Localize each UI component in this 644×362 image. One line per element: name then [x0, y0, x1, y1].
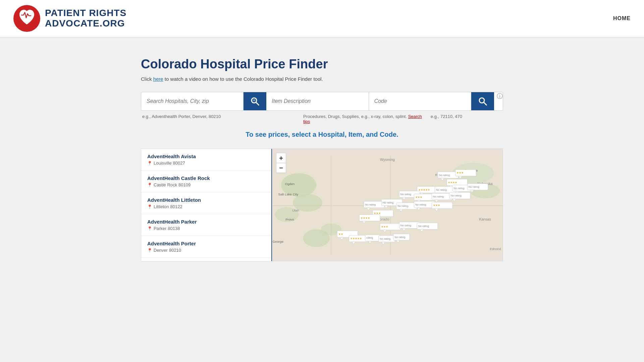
logo-area: PATIENT RIGHTS ADVOCATE.ORG [13, 5, 126, 32]
map-area: Wyoming Nebraska Kansas Ogden Salt Lake … [272, 149, 503, 261]
item-hint: Procedures, Drugs, Supplies, e.g., x-ray… [302, 114, 429, 124]
svg-text:George: George [272, 240, 283, 243]
hospital-list: AdventHealth Avista 📍 Louisville 80027 A… [141, 149, 272, 261]
location-pin-icon: 📍 [147, 204, 152, 209]
hospital-location: 📍 Littleton 80122 [147, 204, 265, 209]
hospital-zip: 80210 [169, 248, 181, 253]
code-hint: e.g., 72110, 470 [429, 114, 503, 124]
svg-text:No rating: No rating [439, 174, 449, 177]
location-pin-icon: 📍 [147, 226, 152, 231]
item-hint-pre: Procedures, Drugs, Supplies, e.g., x-ray… [303, 114, 407, 119]
map-background: Wyoming Nebraska Kansas Ogden Salt Lake … [272, 149, 503, 261]
hospital-list-item[interactable]: AdventHealth Avista 📍 Louisville 80027 [141, 149, 271, 171]
item-search-segment [266, 92, 369, 110]
svg-text:No rating: No rating [394, 236, 405, 239]
svg-text:No rating: No rating [400, 193, 411, 196]
map-svg: Wyoming Nebraska Kansas Ogden Salt Lake … [272, 149, 503, 261]
svg-text:Ogden: Ogden [285, 182, 294, 186]
location-pin-icon: 📍 [147, 248, 152, 253]
svg-text:★★: ★★ [338, 233, 343, 236]
svg-text:★★★: ★★★ [415, 196, 422, 199]
svg-text:No rating: No rating [365, 203, 376, 206]
hospital-name: AdventHealth Littleton [147, 197, 265, 203]
search-bar: ⓘ [141, 92, 503, 111]
svg-text:No rating: No rating [415, 203, 426, 206]
hospital-search-segment [141, 92, 244, 110]
hospital-name: AdventHealth Parker [147, 219, 265, 225]
hospital-city: Louisville [154, 161, 171, 166]
svg-text:No rating: No rating [418, 225, 429, 228]
logo-line-2: ADVOCATE.ORG [45, 18, 126, 29]
svg-text:No rating: No rating [433, 195, 444, 198]
page-title: Colorado Hospital Price Finder [141, 57, 503, 71]
map-controls: + − [276, 153, 286, 173]
main-content: Colorado Hospital Price Finder Click her… [127, 37, 517, 275]
map-zoom-out-button[interactable]: − [276, 163, 286, 173]
hospital-location: 📍 Parker 80138 [147, 226, 265, 231]
logo-heart-icon [13, 5, 40, 32]
prompt-text: To see prices, select a Hospital, Item, … [141, 131, 503, 138]
svg-text:Wyoming: Wyoming [380, 158, 395, 162]
nav-home-link[interactable]: HOME [613, 15, 631, 21]
hospital-list-item[interactable]: Animas Surgical Hospital 📍 Durango 81301 [141, 258, 271, 261]
hospital-zip: 80138 [168, 226, 180, 231]
svg-text:★★★★★: ★★★★★ [350, 237, 362, 240]
hospital-list-item[interactable]: AdventHealth Littleton 📍 Littleton 80122 [141, 192, 271, 214]
svg-text:★★★: ★★★ [381, 225, 388, 228]
logo-line-1: PATIENT RIGHTS [45, 8, 126, 18]
subtitle-post: to watch a video on how to use the Color… [163, 76, 323, 82]
code-search-segment [369, 92, 471, 110]
svg-text:Edmond: Edmond [490, 247, 501, 251]
search-icon-2 [478, 96, 488, 106]
svg-line-5 [484, 102, 486, 105]
svg-text:No rating: No rating [469, 185, 479, 188]
svg-text:★★★: ★★★ [433, 204, 440, 207]
hospital-list-item[interactable]: AdventHealth Porter 📍 Denver 80210 [141, 236, 271, 258]
hospital-city: Littleton [154, 204, 169, 209]
hospital-city: Parker [154, 226, 166, 231]
hospital-name: AdventHealth Porter [147, 241, 265, 246]
svg-text:No rating: No rating [383, 201, 393, 204]
hospital-search-button[interactable] [244, 92, 266, 110]
svg-text:Kansas: Kansas [479, 217, 491, 221]
hospital-name: AdventHealth Castle Rock [147, 175, 265, 181]
code-search-input[interactable] [374, 98, 466, 104]
subtitle-pre: Click [141, 76, 153, 82]
hospital-hint: e.g., Adventhealth Porter, Denver, 80210 [141, 114, 302, 124]
svg-text:★★★★★: ★★★★★ [418, 188, 430, 191]
hospital-search-input[interactable] [147, 98, 238, 104]
location-pin-icon: 📍 [147, 161, 152, 166]
search-icon [250, 96, 260, 106]
item-search-button[interactable] [471, 92, 494, 110]
svg-text:No rating: No rating [454, 187, 465, 190]
location-pin-icon: 📍 [147, 183, 152, 187]
hospital-zip: 80122 [170, 204, 182, 209]
svg-text:rating: rating [366, 236, 373, 239]
subtitle-link[interactable]: here [153, 76, 163, 82]
hospital-zip: 80109 [178, 182, 191, 187]
hospital-location: 📍 Castle Rock 80109 [147, 182, 265, 187]
hospital-location: 📍 Louisville 80027 [147, 161, 265, 166]
hospital-city: Denver [154, 248, 168, 253]
map-zoom-in-button[interactable]: + [276, 153, 286, 163]
svg-text:Salt Lake City: Salt Lake City [278, 192, 299, 196]
svg-text:★★★: ★★★ [457, 171, 464, 174]
svg-text:No rating: No rating [436, 188, 447, 191]
hospital-list-item[interactable]: AdventHealth Parker 📍 Parker 80138 [141, 214, 271, 236]
svg-text:★★★★: ★★★★ [448, 181, 457, 184]
svg-text:No rating: No rating [451, 194, 462, 197]
svg-text:No rating: No rating [380, 237, 390, 240]
hospital-list-item[interactable]: AdventHealth Castle Rock 📍 Castle Rock 8… [141, 171, 271, 192]
hospital-name: AdventHealth Avista [147, 154, 265, 159]
svg-line-2 [256, 102, 259, 105]
site-header: PATIENT RIGHTS ADVOCATE.ORG HOME [0, 0, 644, 37]
item-search-input[interactable] [272, 98, 363, 104]
svg-text:★★★★: ★★★★ [361, 217, 370, 220]
svg-text:No rating: No rating [400, 224, 411, 227]
hospital-city: Castle Rock [154, 182, 177, 187]
svg-text:Provo: Provo [285, 218, 294, 221]
hospital-location: 📍 Denver 80210 [147, 248, 265, 253]
info-icon[interactable]: ⓘ [497, 92, 503, 110]
hospital-zip: 80027 [173, 161, 185, 166]
subtitle: Click here to watch a video on how to us… [141, 76, 503, 82]
